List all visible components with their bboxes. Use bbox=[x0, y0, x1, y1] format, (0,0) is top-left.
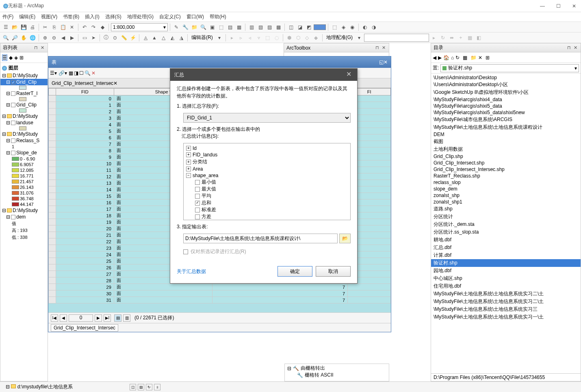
pan-icon[interactable]: ✋ bbox=[20, 34, 28, 42]
toc-item[interactable]: 高 : 193 bbox=[0, 227, 48, 234]
zoom-out-icon[interactable]: 🔎 bbox=[11, 34, 19, 42]
refresh-icon[interactable]: ↻ bbox=[455, 55, 460, 61]
table-icon[interactable]: ▦ bbox=[235, 23, 243, 31]
catalog-tree[interactable]: \Users\Administrator\Desktop\Users\Admin… bbox=[431, 74, 581, 373]
catalog-item[interactable]: 耕地.dbf bbox=[431, 236, 581, 244]
disconnect-icon[interactable]: ✕ bbox=[478, 55, 482, 61]
catalog-item[interactable]: 分区统计.ss_slop.sta bbox=[431, 228, 581, 236]
catalog-item[interactable]: \MyStudyFile\土地信息系统\土地信息系统课程设计 bbox=[431, 123, 581, 131]
connect-folder-icon[interactable]: 📁 bbox=[470, 55, 477, 61]
catalog-item[interactable]: \MyStudyFile\arcgis\shixi5_data\shixi5ne… bbox=[431, 109, 581, 116]
open-icon[interactable]: 📂 bbox=[11, 23, 19, 31]
catalog-item[interactable]: 道路.shp bbox=[431, 205, 581, 213]
toc-item[interactable]: 值 bbox=[0, 220, 48, 227]
toc-item[interactable]: ⊟ Reclass_S bbox=[0, 137, 48, 144]
delete-icon[interactable]: ✕ bbox=[68, 23, 76, 31]
toc-item[interactable]: 0 - 6.90 bbox=[0, 156, 48, 162]
minimize-button[interactable]: — bbox=[538, 3, 546, 9]
georef-layer-combo[interactable] bbox=[364, 34, 429, 42]
catalog-item[interactable]: \MyStudyFile\土地信息系统\土地信息系统实习三 bbox=[431, 305, 581, 313]
toc-item[interactable]: ⊟ D:\MyStudy bbox=[0, 131, 48, 137]
tb-icon[interactable]: ◐ bbox=[361, 23, 369, 31]
list-by-source-icon[interactable]: ◆ bbox=[9, 55, 13, 61]
list-by-visibility-icon[interactable]: ◈ bbox=[14, 55, 18, 61]
tb-icon[interactable]: ▥ bbox=[247, 23, 256, 31]
toc-item[interactable]: 36.748 bbox=[0, 196, 48, 201]
chevron-down-icon[interactable]: ▾ bbox=[355, 34, 363, 42]
toc-tree[interactable]: 图层 ⊟ D:\MyStudy⊟ Grid_Clip⊟ RasterT_I⊟ G… bbox=[0, 63, 48, 381]
tb-icon[interactable]: ◈ bbox=[339, 23, 347, 31]
home-icon[interactable]: ⌂ bbox=[451, 55, 454, 61]
prev-record-button[interactable]: ◀ bbox=[60, 314, 67, 322]
toc-item[interactable] bbox=[0, 85, 48, 90]
location-combo[interactable]: 验证村.shp ▾ bbox=[440, 64, 579, 72]
close-button[interactable]: ✕ bbox=[570, 3, 578, 9]
toc-item[interactable]: ⊟ RasterT_I bbox=[0, 90, 48, 97]
results-icon[interactable]: ▤ bbox=[226, 23, 234, 31]
toc-item[interactable]: 低 : 338 bbox=[0, 234, 48, 241]
show-selected-button[interactable]: ▥ bbox=[123, 314, 130, 322]
catalog-item[interactable]: \MyStudyFile\arcgis\shixi4_data bbox=[431, 96, 581, 103]
catalog-item[interactable]: Grid_Clip_Intersect_Intersec.shp bbox=[431, 166, 581, 173]
toc-item[interactable]: 1 bbox=[0, 144, 48, 149]
forward-icon[interactable]: ▶ bbox=[438, 55, 442, 61]
catalog-item[interactable]: 汇总.dbf bbox=[431, 244, 581, 251]
tb-icon[interactable]: ▲ bbox=[150, 34, 158, 42]
row-header-column[interactable] bbox=[49, 89, 56, 95]
menu-view[interactable]: 视图(V) bbox=[40, 13, 58, 21]
toc-item[interactable] bbox=[0, 108, 48, 113]
editor-toolbar-icon[interactable]: ✎ bbox=[172, 23, 180, 31]
copy-icon[interactable]: ⎘ bbox=[50, 23, 58, 31]
catalog-item[interactable]: 验证村.shp bbox=[431, 259, 581, 267]
toc-item[interactable]: ⊟ D:\MyStudy bbox=[0, 113, 48, 119]
switch-selection-icon[interactable]: ◨ bbox=[74, 70, 78, 76]
tb-icon[interactable]: ◫ bbox=[287, 23, 295, 31]
catalog-item[interactable]: \Users\Administrator\Desktop bbox=[431, 74, 581, 81]
menu-geoprocessing[interactable]: 地理处理(G) bbox=[126, 13, 154, 21]
toc-item[interactable]: ⊟ Grid_Clip bbox=[0, 102, 48, 108]
tb-icon[interactable]: △ bbox=[159, 34, 167, 42]
about-link[interactable]: 关于汇总数据 bbox=[177, 268, 206, 275]
tb-icon[interactable]: ◩ bbox=[305, 23, 313, 31]
list-by-drawing-icon[interactable]: ☰ bbox=[2, 54, 7, 61]
tb-icon[interactable]: ◑ bbox=[370, 23, 378, 31]
hyperlink-icon[interactable]: ⚡ bbox=[129, 34, 137, 42]
redo-icon[interactable]: ↷ bbox=[89, 23, 98, 31]
pause-button[interactable]: ॥ bbox=[154, 384, 160, 390]
menu-bookmarks[interactable]: 书签(B) bbox=[62, 13, 80, 21]
field-list-item[interactable]: +分类结 bbox=[185, 158, 349, 166]
toggle-icon[interactable]: ▦ bbox=[463, 55, 467, 61]
toc-item[interactable]: ⊟ dem bbox=[0, 214, 48, 220]
catalog-item[interactable]: \MyStudyFile\土地信息系统\土地信息系统实习二\土 bbox=[431, 298, 581, 305]
catalog-item[interactable]: 计算.dbf bbox=[431, 251, 581, 259]
up-icon[interactable]: 🏠 bbox=[443, 55, 449, 61]
catalog-item[interactable]: 住宅用地.dbf bbox=[431, 282, 581, 290]
next-record-button[interactable]: ▶ bbox=[95, 314, 102, 322]
cancel-button[interactable]: 取消 bbox=[316, 266, 351, 277]
catalog-item[interactable]: DEM bbox=[431, 131, 581, 138]
toc-item[interactable]: 21.457 bbox=[0, 179, 48, 184]
list-by-selection-icon[interactable]: ⊞ bbox=[20, 55, 24, 61]
table-row[interactable]: 30面7 bbox=[49, 290, 391, 297]
layout-view-button[interactable]: ▤ bbox=[138, 384, 144, 390]
catalog-item[interactable]: \Google SketchUp 8\虚拟地理环境软件\小区 bbox=[431, 89, 581, 96]
scale-combo[interactable]: 1:800,000▾ bbox=[111, 23, 168, 31]
show-all-button[interactable]: ▤ bbox=[114, 314, 121, 322]
catalog-item[interactable]: 中心城区.shp bbox=[431, 275, 581, 282]
menu-customize[interactable]: 自定义(C) bbox=[158, 13, 182, 21]
pin-icon[interactable]: ⊓ bbox=[566, 45, 572, 51]
toc-item[interactable]: ⊟ D:\MyStudy bbox=[0, 72, 48, 79]
georef-menu[interactable]: 地理配准(G) bbox=[325, 34, 354, 41]
maximize-button[interactable]: ☐ bbox=[555, 3, 562, 9]
tb-icon[interactable]: ◉ bbox=[348, 23, 356, 31]
close-icon[interactable]: ✕ bbox=[572, 45, 578, 51]
toc-item[interactable]: 16.771 bbox=[0, 173, 48, 179]
field-list-item[interactable]: 最小值 bbox=[185, 179, 349, 186]
browse-button[interactable]: 📂 bbox=[339, 234, 351, 243]
table-row[interactable]: 31面7 bbox=[49, 297, 391, 303]
full-extent-icon[interactable]: 🌐 bbox=[28, 34, 37, 42]
table-tab-label[interactable]: Grid_Clip_Intersect_Intersec bbox=[51, 324, 118, 331]
catalog-item[interactable]: 园地.dbf bbox=[431, 267, 581, 275]
output-table-input[interactable] bbox=[183, 234, 338, 243]
color-swatch[interactable] bbox=[314, 24, 326, 30]
